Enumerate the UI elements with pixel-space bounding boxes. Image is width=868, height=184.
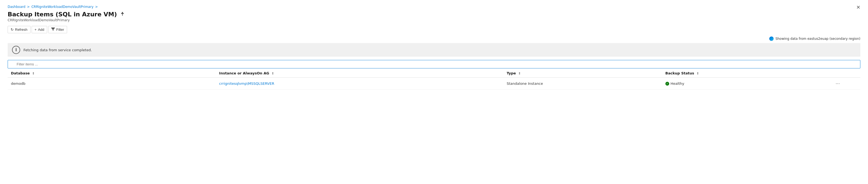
backup-status-value: Healthy xyxy=(671,82,684,86)
healthy-dot-icon xyxy=(665,82,669,86)
secondary-region-row: 🌐 Showing data from eastus2euap (seconda… xyxy=(8,36,860,41)
cell-actions: ⋯ xyxy=(831,78,860,90)
breadcrumb-sep-2: > xyxy=(95,5,98,9)
col-header-actions xyxy=(831,68,860,78)
globe-icon: 🌐 xyxy=(769,36,774,41)
page-title: Backup Items (SQL in Azure VM) xyxy=(8,11,117,18)
col-header-backup-status[interactable]: Backup Status ↕ xyxy=(662,68,831,78)
sort-icon-database[interactable]: ↕ xyxy=(32,72,35,75)
table-row: demodb crrignitesqlvmp\MSSQLSERVER Stand… xyxy=(8,78,860,90)
filter-button[interactable]: Filter xyxy=(48,26,67,33)
toolbar: ↻ Refresh + Add Filter xyxy=(8,26,860,33)
filter-items-input[interactable] xyxy=(8,60,860,68)
cell-database: demodb xyxy=(8,78,216,90)
healthy-badge: Healthy xyxy=(665,82,827,86)
breadcrumb-vault[interactable]: CRRIgniteWorkloadDemoVaultPrimary xyxy=(31,5,94,9)
page-subtitle: CRRIgniteWorkloadDemoVaultPrimary xyxy=(8,18,860,22)
title-row: Backup Items (SQL in Azure VM) xyxy=(8,11,860,18)
col-header-instance[interactable]: Instance or AlwaysOn AG ↕ xyxy=(216,68,503,78)
close-button[interactable]: ✕ xyxy=(856,5,860,10)
info-circle-icon: i xyxy=(12,46,20,54)
filter-icon xyxy=(51,28,55,32)
add-label: Add xyxy=(38,28,44,32)
col-header-type[interactable]: Type ↕ xyxy=(503,68,662,78)
cell-type: Standalone Instance xyxy=(503,78,662,90)
svg-rect-2 xyxy=(122,14,123,16)
col-header-database[interactable]: Database ↕ xyxy=(8,68,216,78)
sort-icon-instance[interactable]: ↕ xyxy=(272,72,274,75)
info-message: Fetching data from service completed. xyxy=(24,48,92,52)
row-actions-button[interactable]: ⋯ xyxy=(834,81,841,87)
breadcrumb-dashboard[interactable]: Dashboard xyxy=(8,5,25,9)
database-name: demodb xyxy=(11,82,25,86)
secondary-region-text: Showing data from eastus2euap (secondary… xyxy=(775,37,860,41)
pin-icon[interactable] xyxy=(120,12,125,17)
info-bar: i Fetching data from service completed. xyxy=(8,43,860,57)
sort-icon-status[interactable]: ↕ xyxy=(696,72,699,75)
type-value: Standalone Instance xyxy=(507,82,543,86)
refresh-label: Refresh xyxy=(15,28,28,32)
svg-rect-1 xyxy=(121,13,124,14)
backup-items-table: Database ↕ Instance or AlwaysOn AG ↕ Typ… xyxy=(8,68,860,90)
breadcrumb-sep-1: > xyxy=(27,5,30,9)
cell-instance: crrignitesqlvmp\MSSQLSERVER xyxy=(216,78,503,90)
refresh-icon: ↻ xyxy=(11,28,13,32)
filter-label: Filter xyxy=(56,28,64,32)
add-icon: + xyxy=(35,28,37,32)
sort-icon-type[interactable]: ↕ xyxy=(518,72,521,75)
cell-backup-status: Healthy xyxy=(662,78,831,90)
page-wrapper: Dashboard > CRRIgniteWorkloadDemoVaultPr… xyxy=(0,0,868,90)
breadcrumb: Dashboard > CRRIgniteWorkloadDemoVaultPr… xyxy=(8,5,860,9)
filter-input-wrapper xyxy=(8,60,860,68)
instance-link[interactable]: crrignitesqlvmp\MSSQLSERVER xyxy=(219,82,274,86)
add-button[interactable]: + Add xyxy=(32,26,48,33)
refresh-button[interactable]: ↻ Refresh xyxy=(8,26,31,33)
table-header: Database ↕ Instance or AlwaysOn AG ↕ Typ… xyxy=(8,68,860,78)
